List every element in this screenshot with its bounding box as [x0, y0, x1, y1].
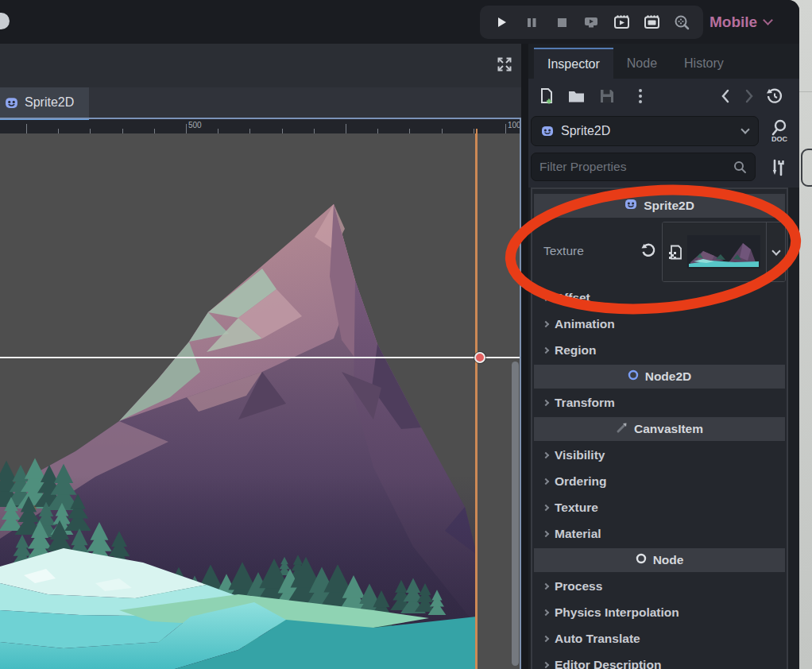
inspector-category-canvasitem: CanvasItem [534, 417, 785, 441]
property-group-animation[interactable]: Animation [534, 311, 785, 337]
inspector-menu-icon[interactable] [631, 87, 650, 106]
scene-tab-label: Sprite2D [25, 95, 74, 110]
property-group-editor-description[interactable]: Editor Description [534, 652, 785, 669]
load-resource-icon[interactable] [567, 87, 586, 106]
selected-object-label: Sprite2D [561, 124, 735, 138]
godot-editor-window: Mobile Sprite2D [0, 0, 799, 669]
sprite2d-icon [5, 96, 18, 110]
chevron-right-icon [543, 531, 549, 537]
property-group-process[interactable]: Process [534, 574, 785, 599]
origin-marker-dot[interactable] [474, 352, 485, 363]
property-group-physics-interpolation[interactable]: Physics Interpolation [534, 600, 785, 625]
ruler-label-500: 500 [188, 121, 202, 130]
viewport-right-border [520, 118, 521, 669]
property-group-transform[interactable]: Transform [534, 390, 785, 416]
renderer-label: Mobile [710, 14, 757, 31]
texture-property-label: Texture [543, 244, 584, 258]
chevron-right-icon [543, 452, 549, 458]
node2d-icon [628, 369, 639, 384]
chevron-right-icon [543, 505, 549, 511]
horizontal-ruler: 500 1000 [0, 118, 521, 133]
save-resource-icon[interactable] [597, 87, 617, 106]
texture-thumbnail [687, 235, 760, 269]
property-group-visibility[interactable]: Visibility [534, 443, 785, 468]
inspector-category-sprite2d: Sprite2D [534, 194, 785, 218]
chevron-down-icon [763, 15, 773, 25]
property-group-offset[interactable]: Offset [534, 285, 785, 311]
object-selector[interactable]: Sprite2D [531, 116, 759, 146]
inspector-category-node2d: Node2D [534, 365, 785, 389]
sprite2d-icon [541, 125, 554, 137]
object-history-icon[interactable] [765, 87, 784, 106]
play-button[interactable] [491, 12, 512, 33]
playback-toolbar [480, 6, 703, 39]
chevron-right-icon [543, 636, 549, 642]
svg-text:DOC: DOC [771, 135, 788, 143]
search-icon [733, 160, 747, 174]
filter-row [528, 152, 799, 188]
ruler-major-tick [346, 124, 346, 133]
tab-history[interactable]: History [671, 48, 737, 79]
scene-tab-bar: Sprite2D [0, 87, 521, 118]
texture-preview[interactable] [663, 222, 766, 281]
property-group-region[interactable]: Region [534, 338, 785, 363]
background-window-edge [801, 149, 812, 187]
canvas-vertical-scrollbar[interactable] [512, 362, 519, 666]
texture-property-row: Texture [534, 219, 785, 284]
tab-inspector[interactable]: Inspector [534, 48, 613, 79]
expand-viewport-icon[interactable] [496, 56, 513, 76]
active-tab-underline [0, 118, 89, 120]
renderer-selector[interactable]: Mobile [710, 0, 771, 44]
chevron-right-icon [543, 321, 549, 327]
object-selector-row: Sprite2D DOC [528, 114, 799, 152]
chevron-right-icon [543, 295, 549, 301]
sprite2d-icon [624, 198, 637, 214]
inspector-tab-bar: Inspector Node History [528, 48, 799, 79]
background-seam [798, 91, 812, 92]
scene-tab-sprite2d[interactable]: Sprite2D [0, 87, 89, 118]
property-group-texture[interactable]: Texture [534, 495, 785, 520]
horizontal-guide-line [0, 357, 521, 358]
tab-node[interactable]: Node [613, 48, 671, 79]
canvas-2d[interactable] [0, 133, 521, 669]
chevron-right-icon [543, 583, 549, 590]
chevron-right-icon [543, 478, 549, 485]
viewport-toolbar [0, 44, 521, 87]
canvasitem-icon [616, 422, 628, 437]
play-custom-scene-button[interactable] [641, 12, 662, 33]
inspector-dock: Inspector Node History Sprite2D [528, 44, 799, 669]
property-group-material[interactable]: Material [534, 521, 785, 547]
ruler-major-tick [186, 124, 187, 133]
editor-top-bar: Mobile [0, 0, 799, 44]
property-tools-icon[interactable] [768, 157, 788, 181]
edit-texture-icon[interactable] [668, 245, 682, 260]
play-scene-button[interactable] [611, 12, 632, 33]
play-remote-debug-button[interactable] [581, 12, 601, 33]
property-group-ordering[interactable]: Ordering [534, 469, 785, 494]
new-resource-icon[interactable] [537, 87, 556, 106]
sprite-artwork [0, 133, 521, 669]
node-icon [636, 553, 647, 567]
inspector-toolbar [528, 79, 799, 114]
property-group-auto-translate[interactable]: Auto Translate [534, 626, 785, 652]
history-back-icon[interactable] [716, 87, 735, 106]
chevron-down-icon [740, 125, 749, 133]
chevron-right-icon [543, 400, 549, 406]
pause-button[interactable] [521, 12, 542, 33]
chevron-right-icon [543, 662, 549, 668]
filter-properties-box[interactable] [531, 153, 756, 181]
viewport-region: Sprite2D 500 1000 [0, 44, 521, 669]
inspector-properties-panel: Sprite2D Texture [531, 188, 788, 669]
ruler-major-tick [505, 124, 506, 133]
stop-button[interactable] [551, 12, 572, 33]
revert-property-icon[interactable] [640, 242, 655, 261]
chevron-down-icon [771, 246, 780, 255]
texture-value-widget[interactable] [662, 222, 786, 282]
ruler-major-tick [26, 124, 27, 133]
movie-maker-button[interactable] [671, 12, 692, 33]
open-docs-icon[interactable]: DOC [766, 118, 793, 146]
filter-properties-input[interactable] [539, 160, 733, 174]
texture-options-dropdown[interactable] [766, 222, 785, 281]
history-forward-icon[interactable] [740, 87, 759, 106]
desktop-background [798, 0, 812, 669]
